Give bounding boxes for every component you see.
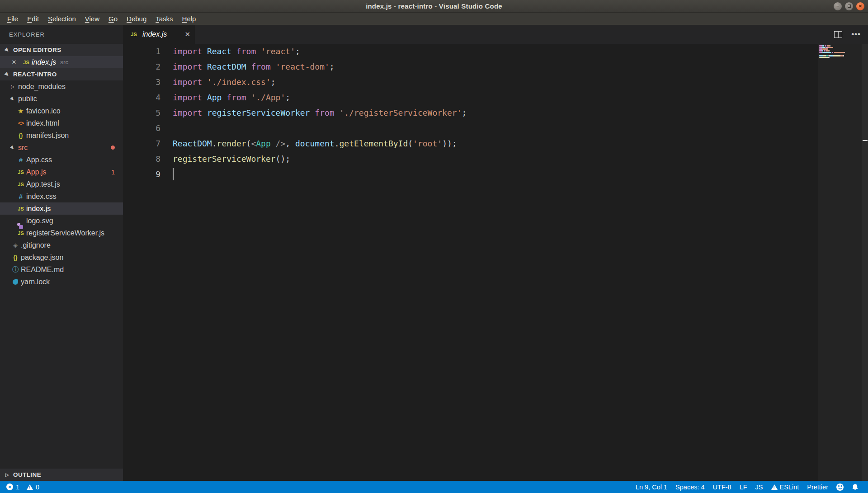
tree-item-manifest.json[interactable]: manifest.json xyxy=(0,129,123,141)
tree-item-.gitignore[interactable]: .gitignore xyxy=(0,239,123,251)
minimap-line xyxy=(819,57,830,58)
yarn-file-icon xyxy=(10,279,21,285)
error-dot-badge xyxy=(111,146,115,150)
minimap-slider[interactable] xyxy=(818,44,868,481)
tree-item-App.css[interactable]: App.css xyxy=(0,154,123,166)
menu-selection[interactable]: Selection xyxy=(43,14,80,24)
window-title: index.js - react-intro - Visual Studio C… xyxy=(0,2,868,10)
code-text: import React from 'react'; xyxy=(173,44,300,59)
chevron-expanded-icon: ▶ xyxy=(4,70,11,78)
open-editors-list: ✕index.jssrc xyxy=(0,56,123,68)
js-file-icon xyxy=(15,182,26,187)
error-icon: ✕ xyxy=(6,484,13,490)
tree-item-src[interactable]: ▶src xyxy=(0,141,123,154)
tree-item-index.js[interactable]: index.js xyxy=(0,202,123,215)
menu-debug[interactable]: Debug xyxy=(122,14,151,24)
status-prettier[interactable]: Prettier xyxy=(803,484,832,491)
chevron-expanded-icon: ▶ xyxy=(9,95,16,102)
status-eslint[interactable]: ESLint xyxy=(767,484,803,491)
menu-file[interactable]: File xyxy=(3,14,23,24)
tree-item-index.css[interactable]: index.css xyxy=(0,190,123,202)
code-lines: 1import React from 'react';2import React… xyxy=(123,44,868,182)
warning-count: 0 xyxy=(36,484,39,491)
file-name: README.md xyxy=(21,266,64,274)
code-text: import App from './App'; xyxy=(173,90,290,105)
tree-item-App.js[interactable]: App.js1 xyxy=(0,166,123,178)
code-line-8: 8registerServiceWorker(); xyxy=(123,151,868,167)
explorer-title: EXPLORER xyxy=(0,25,123,44)
minimize-button[interactable]: – xyxy=(834,2,842,10)
file-name: index.html xyxy=(26,119,59,127)
explorer-sidebar: EXPLORER ▶ OPEN EDITORS ✕index.jssrc ▶ R… xyxy=(0,25,123,481)
status-feedback[interactable] xyxy=(832,484,848,491)
file-name: App.test.js xyxy=(26,180,60,188)
tree-item-favicon.ico[interactable]: favicon.ico xyxy=(0,105,123,117)
maximize-button[interactable] xyxy=(845,2,853,10)
file-tree: ▷node_modules▶publicfavicon.icoindex.htm… xyxy=(0,80,123,288)
minimap[interactable] xyxy=(819,45,860,60)
tree-item-yarn.lock[interactable]: yarn.lock xyxy=(0,276,123,288)
tree-item-registerServiceWorker.js[interactable]: registerServiceWorker.js xyxy=(0,227,123,239)
status-encoding[interactable]: UTF-8 xyxy=(709,484,736,491)
chevron-expanded-icon: ▶ xyxy=(4,46,11,53)
chevron-expanded-icon: ▶ xyxy=(9,144,16,151)
open-editors-header[interactable]: ▶ OPEN EDITORS xyxy=(0,44,123,56)
code-line-7: 7ReactDOM.render(<App />, document.getEl… xyxy=(123,136,868,151)
code-line-3: 3import './index.css'; xyxy=(123,75,868,90)
minimap-line xyxy=(819,50,830,52)
status-eol[interactable]: LF xyxy=(736,484,751,491)
tree-item-node_modules[interactable]: ▷node_modules xyxy=(0,80,123,93)
bell-icon xyxy=(852,484,859,491)
file-name: favicon.ico xyxy=(26,107,61,115)
status-label: UTF-8 xyxy=(713,484,731,491)
tab-index-js[interactable]: index.js ✕ xyxy=(123,25,195,44)
outline-header[interactable]: ▷ OUTLINE xyxy=(0,469,123,481)
status-indentation[interactable]: Spaces: 4 xyxy=(671,484,709,491)
vertical-scrollbar[interactable] xyxy=(862,44,868,481)
more-actions-icon[interactable]: ••• xyxy=(851,30,861,39)
project-root-header[interactable]: ▶ REACT-INTRO xyxy=(0,68,123,80)
menu-go[interactable]: Go xyxy=(104,14,122,24)
tree-item-package.json[interactable]: package.json xyxy=(0,251,123,263)
code-line-1: 1import React from 'react'; xyxy=(123,44,868,59)
close-editor-icon[interactable]: ✕ xyxy=(11,59,17,66)
file-name: manifest.json xyxy=(26,131,69,140)
code-text: ReactDOM.render(<App />, document.getEle… xyxy=(173,136,457,151)
tree-item-App.test.js[interactable]: App.test.js xyxy=(0,178,123,190)
tree-item-index.html[interactable]: index.html xyxy=(0,117,123,129)
tree-item-logo.svg[interactable]: logo.svg xyxy=(0,215,123,227)
status-bar: ✕ 1 0 Ln 9, Col 1Spaces: 4UTF-8LFJSESLin… xyxy=(0,481,868,493)
open-editor-item-index.js[interactable]: ✕index.jssrc xyxy=(0,56,123,68)
menu-edit[interactable]: Edit xyxy=(23,14,43,24)
js-file-icon xyxy=(15,230,26,236)
status-language-mode[interactable]: JS xyxy=(751,484,767,491)
status-notifications[interactable] xyxy=(848,484,863,491)
code-line-5: 5import registerServiceWorker from './re… xyxy=(123,105,868,121)
code-text: import ReactDOM from 'react-dom'; xyxy=(173,59,335,75)
tab-close-icon[interactable]: ✕ xyxy=(184,30,190,38)
minimap-line xyxy=(819,52,845,53)
tree-item-public[interactable]: ▶public xyxy=(0,93,123,105)
status-cursor-position[interactable]: Ln 9, Col 1 xyxy=(632,484,671,491)
js-file-icon xyxy=(15,169,26,175)
code-editor[interactable]: 1import React from 'react';2import React… xyxy=(123,44,868,481)
menu-help[interactable]: Help xyxy=(178,14,201,24)
warning-icon xyxy=(771,484,778,490)
menu-view[interactable]: View xyxy=(80,14,104,24)
tree-item-README.md[interactable]: README.md xyxy=(0,263,123,276)
code-text xyxy=(173,167,174,182)
json-file-icon xyxy=(15,132,26,139)
json-file-icon xyxy=(10,254,21,261)
folder-name: node_modules xyxy=(18,83,66,91)
css-file-icon xyxy=(15,156,26,164)
line-number: 1 xyxy=(123,44,160,59)
split-editor-icon[interactable] xyxy=(834,31,842,38)
status-label: Prettier xyxy=(807,484,828,491)
folder-name: public xyxy=(18,95,37,103)
code-text: import './index.css'; xyxy=(173,75,276,90)
line-number: 7 xyxy=(123,136,160,151)
menu-tasks[interactable]: Tasks xyxy=(151,14,177,24)
close-button[interactable]: ✕ xyxy=(856,2,864,10)
problems-indicator[interactable]: ✕ 1 0 xyxy=(6,484,39,491)
git-file-icon xyxy=(10,242,21,249)
